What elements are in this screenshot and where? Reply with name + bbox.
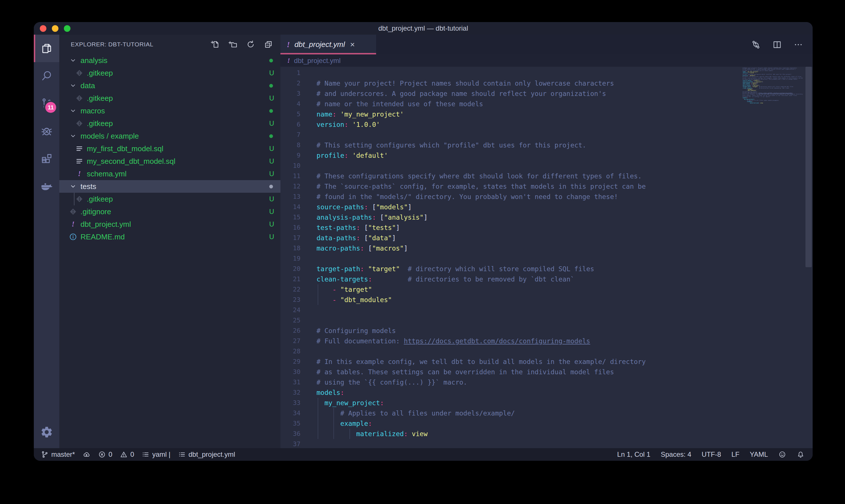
- tab-dbt-project-yml[interactable]: ! dbt_project.yml ×: [281, 35, 376, 54]
- code-line-16: 16 test-paths: ["tests"]: [281, 222, 813, 233]
- status-yaml-schema[interactable]: yaml |: [142, 450, 170, 458]
- chevron-down-icon: [69, 81, 77, 90]
- minimap[interactable]: # Name your project! Project names shoul…: [743, 68, 804, 104]
- warning-icon: [120, 450, 128, 458]
- tree-item-my-second-dbt-model-sql[interactable]: my_second_dbt_model.sqlU: [59, 155, 281, 167]
- code-line-3: 3 # and underscores. A good package name…: [281, 89, 813, 99]
- code-line-5: 5 name: 'my_new_project': [281, 109, 813, 120]
- tree-item--gitkeep[interactable]: .gitkeepU: [59, 193, 281, 205]
- code-line-14: 14 source-paths: ["models"]: [281, 202, 813, 212]
- tree-item-models-example[interactable]: models / example: [59, 130, 281, 142]
- split-editor-button[interactable]: [772, 39, 782, 50]
- line-number: 7: [281, 130, 301, 140]
- git-file-icon: [74, 93, 85, 103]
- open-changes-button[interactable]: [751, 39, 761, 50]
- git-untracked-badge: U: [269, 145, 274, 152]
- line-number: 9: [281, 150, 301, 161]
- maximize-window-button[interactable]: [64, 25, 70, 32]
- chevron-down-icon[interactable]: [68, 131, 78, 141]
- title-bar[interactable]: dbt_project.yml — dbt-tutorial: [34, 22, 813, 35]
- more-actions-button[interactable]: [793, 39, 804, 50]
- tree-item-analysis[interactable]: analysis: [59, 54, 281, 67]
- new-folder-button[interactable]: [228, 40, 237, 49]
- editor-actions: [751, 35, 813, 54]
- code-line-17: 17 data-paths: ["data"]: [281, 233, 813, 243]
- gear-icon: [40, 426, 53, 439]
- code-line-35: 35 example:: [281, 418, 813, 429]
- tree-item-label: data: [80, 81, 95, 90]
- line-number: 6: [281, 120, 301, 130]
- activity-item-search[interactable]: [34, 62, 59, 90]
- line-number: 37: [281, 439, 301, 448]
- tab-close-icon[interactable]: ×: [350, 41, 355, 49]
- tree-item--gitkeep[interactable]: .gitkeepU: [59, 117, 281, 130]
- status-file-schema[interactable]: dbt_project.yml: [178, 450, 235, 458]
- minimize-window-button[interactable]: [52, 25, 58, 32]
- git-file-icon: [74, 194, 85, 204]
- status-notifications[interactable]: [796, 450, 805, 458]
- folder-changes-dot: [269, 84, 273, 88]
- vscode-window: dbt_project.yml — dbt-tutorial 11 EXPLOR…: [34, 22, 813, 461]
- breadcrumb-file[interactable]: dbt_project.yml: [294, 57, 341, 65]
- activity-item-source-control[interactable]: 11: [34, 90, 59, 117]
- status-eol[interactable]: LF: [731, 450, 739, 458]
- git-file-icon: [69, 207, 77, 216]
- status-sync-status[interactable]: [83, 450, 91, 458]
- tree-item-dbt-project-yml[interactable]: !dbt_project.ymlU: [59, 218, 281, 231]
- chevron-down-icon[interactable]: [68, 55, 78, 66]
- chevron-down-icon[interactable]: [68, 106, 78, 116]
- tree-item-README-md[interactable]: README.mdU: [59, 231, 281, 243]
- tree-item-label: .gitignore: [80, 207, 111, 216]
- tree-item-label: my_first_dbt_model.sql: [87, 144, 163, 153]
- line-number: 31: [281, 377, 301, 388]
- activity-item-extensions[interactable]: [34, 145, 59, 172]
- new-file-button[interactable]: [211, 40, 220, 49]
- tree-item-my-first-dbt-model-sql[interactable]: my_first_dbt_model.sqlU: [59, 142, 281, 155]
- status-feedback[interactable]: [778, 450, 786, 458]
- code-line-1: 1: [281, 68, 813, 78]
- git-untracked-badge: U: [269, 195, 274, 203]
- tree-item--gitkeep[interactable]: .gitkeepU: [59, 92, 281, 105]
- chevron-down-icon[interactable]: [68, 181, 78, 192]
- git-branch-icon: [41, 450, 49, 458]
- tree-item--gitkeep[interactable]: .gitkeepU: [59, 67, 281, 79]
- status-language-mode[interactable]: YAML: [750, 450, 768, 458]
- tree-item-label: .gitkeep: [87, 195, 113, 204]
- status-warnings-count[interactable]: 0: [120, 450, 134, 458]
- git-file-icon: [75, 94, 84, 103]
- breadcrumb[interactable]: ! dbt_project.yml: [281, 54, 813, 67]
- status-indentation[interactable]: Spaces: 4: [661, 450, 691, 458]
- status-errors-count[interactable]: 0: [98, 450, 112, 458]
- vertical-scrollbar[interactable]: [806, 67, 812, 267]
- git-file-icon: [75, 119, 84, 128]
- tree-item-tests[interactable]: tests: [59, 180, 281, 193]
- collapse-folders-button[interactable]: [264, 40, 273, 49]
- line-number: 36: [281, 429, 301, 439]
- tree-item-schema-yml[interactable]: !schema.ymlU: [59, 167, 281, 180]
- status-branch-status[interactable]: master*: [41, 450, 75, 458]
- activity-item-docker[interactable]: [34, 172, 59, 200]
- folder-changes-dot: [269, 109, 273, 113]
- activity-item-debug[interactable]: [34, 117, 59, 145]
- line-number: 33: [281, 398, 301, 408]
- code-editor[interactable]: 1 2 # Name your project! Project names s…: [281, 67, 813, 448]
- doc-link[interactable]: https://docs.getdbt.com/docs/configuring…: [404, 337, 590, 345]
- refresh-button[interactable]: [246, 40, 255, 49]
- line-number: 8: [281, 140, 301, 150]
- status-cursor-position[interactable]: Ln 1, Col 1: [617, 450, 650, 458]
- line-number: 34: [281, 408, 301, 418]
- tree-item--gitignore[interactable]: .gitignoreU: [59, 205, 281, 218]
- code-pane: 1 2 # Name your project! Project names s…: [281, 68, 813, 448]
- code-line-20: 20 target-path: "target" # directory whi…: [281, 264, 813, 274]
- activity-item-explorer[interactable]: [34, 35, 59, 62]
- line-number: 14: [281, 202, 301, 212]
- close-window-button[interactable]: [40, 25, 47, 32]
- tree-item-macros[interactable]: macros: [59, 105, 281, 117]
- chevron-down-icon[interactable]: [68, 80, 78, 91]
- code-line-15: 15 analysis-paths: ["analysis"]: [281, 212, 813, 222]
- tree-item-data[interactable]: data: [59, 79, 281, 92]
- more-actions-icon: [793, 39, 804, 50]
- code-line-30: 30 # as tables. These settings can be ov…: [281, 367, 813, 377]
- activity-item-settings[interactable]: [34, 418, 59, 446]
- status-encoding[interactable]: UTF-8: [701, 450, 721, 458]
